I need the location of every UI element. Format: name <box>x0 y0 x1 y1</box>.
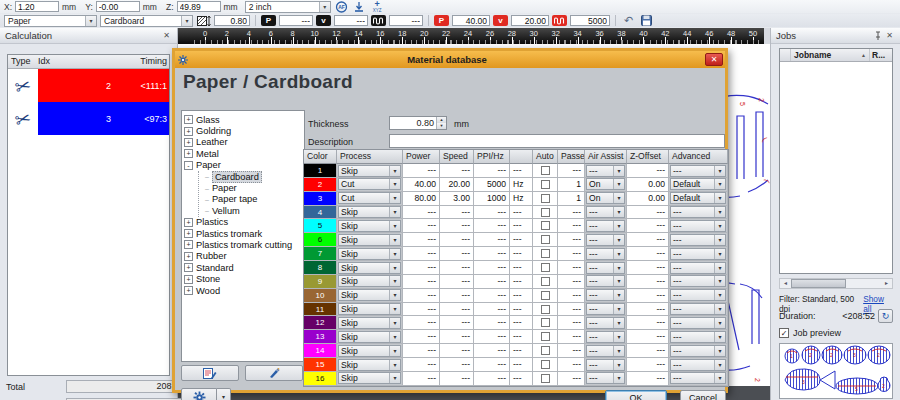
speed-cell[interactable]: 20.00 <box>440 178 474 192</box>
advanced-select[interactable]: ---▾ <box>670 303 726 315</box>
ppi-hz-cell[interactable]: --- <box>474 247 510 261</box>
tree-item-cardboard[interactable]: –Cardboard <box>199 171 302 182</box>
scroll-right-icon[interactable]: ► <box>881 279 892 288</box>
advanced-select[interactable]: ---▾ <box>670 275 726 287</box>
auto-checkbox[interactable] <box>541 346 550 355</box>
speed-cell[interactable]: --- <box>440 344 474 358</box>
advanced-select[interactable]: ---▾ <box>670 372 726 384</box>
tree-item-glass[interactable]: +Glass <box>184 114 302 125</box>
jobs-horizontal-scrollbar[interactable]: ◄ ► <box>779 278 893 289</box>
advanced-select[interactable]: Default▾ <box>670 192 726 204</box>
process-select[interactable]: Skip▾ <box>338 289 401 301</box>
process-select[interactable]: Skip▾ <box>338 248 401 260</box>
column-jobname[interactable]: Jobname ▲ <box>791 49 870 61</box>
advanced-select[interactable]: ---▾ <box>670 165 726 177</box>
tree-item-plastics-tromark[interactable]: +Plastics tromark <box>184 228 302 239</box>
passes-cell[interactable]: 1 <box>558 178 585 192</box>
power-cell[interactable]: --- <box>403 261 440 275</box>
auto-checkbox[interactable] <box>541 332 550 341</box>
air-assist-select[interactable]: ---▾ <box>586 234 625 246</box>
new-material-button[interactable] <box>245 365 303 381</box>
scrollbar-thumb[interactable] <box>791 279 846 288</box>
z-offset-cell[interactable]: --- <box>627 372 669 386</box>
process-select[interactable]: Cut▾ <box>338 178 401 190</box>
dialog-close-button[interactable]: ✕ <box>705 53 723 66</box>
advanced-select[interactable]: ---▾ <box>670 262 726 274</box>
passes-cell[interactable]: --- <box>558 275 585 289</box>
process-select[interactable]: Skip▾ <box>338 234 401 246</box>
tree-item-leather[interactable]: +Leather <box>184 137 302 148</box>
edit-material-button[interactable] <box>181 365 239 381</box>
speed-red-input[interactable] <box>511 15 549 26</box>
tree-toggle-icon[interactable]: - <box>184 161 193 170</box>
ppi-hz-cell[interactable]: 5000 <box>474 178 510 192</box>
ppi-hz-cell[interactable]: 1000 <box>474 192 510 206</box>
auto-checkbox[interactable] <box>541 235 550 244</box>
air-assist-select[interactable]: ---▾ <box>586 248 625 260</box>
power-cell[interactable]: 40.00 <box>403 178 440 192</box>
x-input[interactable] <box>15 1 59 12</box>
tree-item-plastics[interactable]: +Plastics <box>184 217 302 228</box>
auto-checkbox[interactable] <box>541 208 550 217</box>
z-offset-cell[interactable]: --- <box>627 303 669 317</box>
air-assist-select[interactable]: ---▾ <box>586 289 625 301</box>
material-select[interactable]: Cardboard ▾ <box>100 15 193 27</box>
frequency-black-input[interactable] <box>389 15 423 26</box>
job-preview-toggle[interactable]: ✓ Job preview <box>779 328 841 338</box>
z-offset-cell[interactable]: 0.00 <box>627 192 669 206</box>
ppi-hz-cell[interactable]: --- <box>474 330 510 344</box>
z-offset-cell[interactable]: --- <box>627 330 669 344</box>
power-cell[interactable]: --- <box>403 164 440 178</box>
tree-toggle-icon[interactable]: + <box>184 218 193 227</box>
passes-cell[interactable]: --- <box>558 358 585 372</box>
speed-cell[interactable]: --- <box>440 289 474 303</box>
speed-cell[interactable]: --- <box>440 206 474 220</box>
z-offset-cell[interactable]: 0.00 <box>627 178 669 192</box>
auto-checkbox[interactable] <box>541 277 550 286</box>
tree-toggle-icon[interactable]: + <box>184 115 193 124</box>
passes-cell[interactable]: --- <box>558 372 585 386</box>
move-xyz-icon[interactable]: + XYZ <box>370 1 385 13</box>
power-cell[interactable]: --- <box>403 303 440 317</box>
z-offset-cell[interactable]: --- <box>627 206 669 220</box>
autofocus-icon[interactable]: AF <box>334 1 349 13</box>
process-select[interactable]: Skip▾ <box>338 275 401 287</box>
z-offset-cell[interactable]: --- <box>627 358 669 372</box>
auto-checkbox[interactable] <box>541 249 550 258</box>
column-timing[interactable]: Timing <box>96 55 169 68</box>
frequency-red-input[interactable] <box>570 15 610 26</box>
advanced-select[interactable]: ---▾ <box>670 289 726 301</box>
process-select[interactable]: Cut▾ <box>338 192 401 204</box>
passes-cell[interactable]: --- <box>558 289 585 303</box>
z-offset-cell[interactable]: --- <box>627 344 669 358</box>
tree-toggle-icon[interactable]: + <box>184 229 193 238</box>
auto-checkbox[interactable] <box>541 318 550 327</box>
pin-icon[interactable] <box>872 31 884 40</box>
speed-cell[interactable]: --- <box>440 247 474 261</box>
power-cell[interactable]: --- <box>403 275 440 289</box>
material-group-select[interactable]: Paper ▾ <box>4 15 97 27</box>
power-cell[interactable]: --- <box>403 330 440 344</box>
process-select[interactable]: Skip▾ <box>338 220 401 232</box>
air-assist-select[interactable]: ---▾ <box>586 206 625 218</box>
save-icon[interactable] <box>639 15 654 27</box>
ppi-hz-cell[interactable]: --- <box>474 206 510 220</box>
power-cell[interactable]: --- <box>403 219 440 233</box>
auto-checkbox[interactable] <box>541 194 550 203</box>
ppi-hz-cell[interactable]: --- <box>474 344 510 358</box>
spin-down-icon[interactable]: ▼ <box>437 123 446 129</box>
z-offset-cell[interactable]: --- <box>627 261 669 275</box>
tree-item-paper[interactable]: -Paper <box>184 160 302 171</box>
dialog-titlebar[interactable]: Material database ✕ <box>175 51 725 68</box>
scroll-left-icon[interactable]: ◄ <box>780 279 791 288</box>
z-offset-cell[interactable]: --- <box>627 247 669 261</box>
speed-cell[interactable]: --- <box>440 164 474 178</box>
air-assist-select[interactable]: ---▾ <box>586 372 625 384</box>
passes-cell[interactable]: --- <box>558 316 585 330</box>
tree-item-goldring[interactable]: +Goldring <box>184 125 302 136</box>
speed-cell[interactable]: --- <box>440 330 474 344</box>
speed-cell[interactable]: --- <box>440 372 474 386</box>
passes-cell[interactable]: --- <box>558 164 585 178</box>
advanced-select[interactable]: ---▾ <box>670 317 726 329</box>
calculation-job-row[interactable]: ✂2<111:1 <box>8 69 169 102</box>
